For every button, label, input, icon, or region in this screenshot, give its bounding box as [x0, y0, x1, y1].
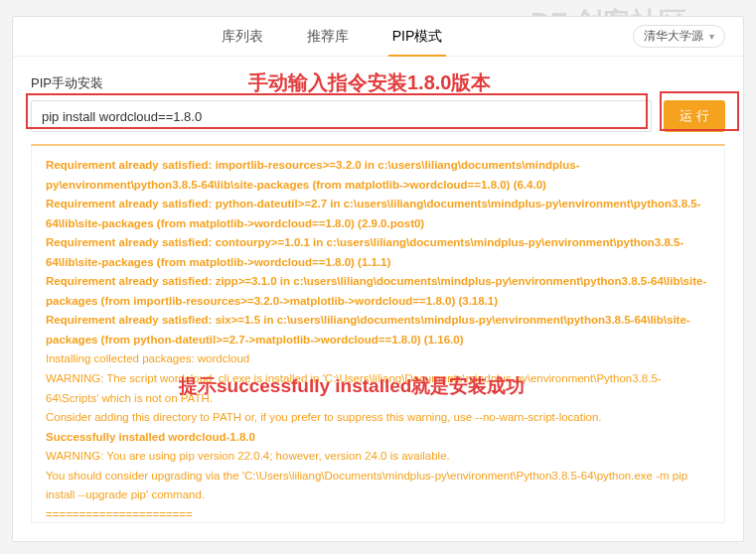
source-select[interactable]: 清华大学源 ▾	[633, 25, 725, 48]
output-line: Installing collected packages: wordcloud	[46, 349, 710, 369]
section-label: PIP手动安装	[13, 57, 743, 100]
tab-pip-mode[interactable]: PIP模式	[371, 17, 465, 56]
main-panel: 库列表 推荐库 PIP模式 清华大学源 ▾ PIP手动安装 运 行 Requir…	[12, 16, 744, 542]
tabbar: 库列表 推荐库 PIP模式 清华大学源 ▾	[13, 17, 743, 57]
source-select-label: 清华大学源	[644, 28, 703, 45]
output-line: Requirement already satisfied: importlib…	[46, 156, 710, 195]
run-button[interactable]: 运 行	[664, 100, 725, 132]
output-line: Requirement already satisfied: zipp>=3.1…	[46, 272, 710, 311]
output-line: You should consider upgrading via the 'C…	[46, 467, 710, 505]
chevron-down-icon: ▾	[709, 31, 714, 42]
output-line: ======================	[46, 505, 710, 523]
output-line: Consider adding this directory to PATH o…	[46, 408, 710, 428]
tab-lib-list[interactable]: 库列表	[200, 17, 285, 56]
output-area[interactable]: Requirement already satisfied: importlib…	[31, 144, 725, 523]
input-row: 运 行	[13, 100, 743, 132]
output-line: WARNING: The script wordcloud_cli.exe is…	[46, 369, 710, 408]
tab-recommended[interactable]: 推荐库	[285, 17, 371, 56]
cmd-input-wrap	[31, 100, 652, 132]
output-line: Requirement already satisfied: six>=1.5 …	[46, 311, 710, 349]
output-line: Requirement already satisfied: contourpy…	[46, 233, 710, 272]
output-line: Successfully installed wordcloud-1.8.0	[46, 428, 710, 448]
pip-command-input[interactable]	[31, 100, 652, 132]
output-line: WARNING: You are using pip version 22.0.…	[46, 447, 710, 467]
output-line: Requirement already satisfied: python-da…	[46, 195, 710, 233]
